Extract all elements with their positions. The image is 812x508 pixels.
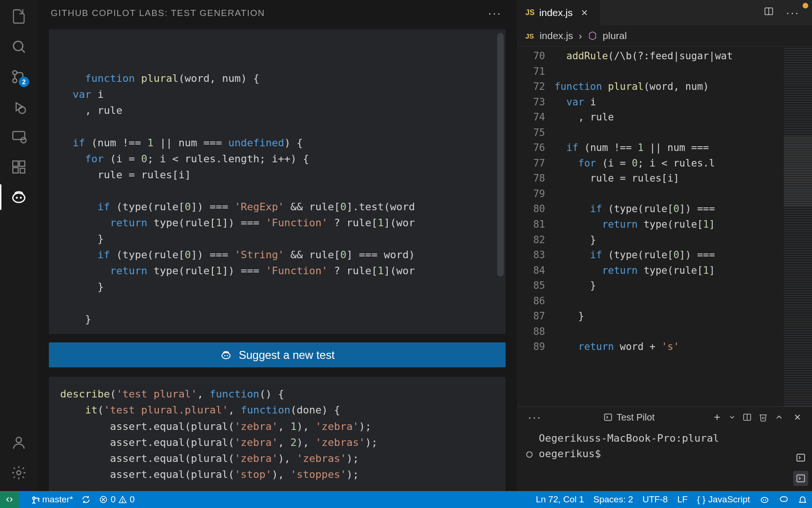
- sync-icon[interactable]: [81, 495, 91, 504]
- terminal-icon: [603, 413, 613, 422]
- svg-line-1: [22, 49, 25, 53]
- suggest-test-label: Suggest a new test: [239, 349, 335, 362]
- settings-icon[interactable]: [10, 464, 28, 482]
- svg-point-37: [122, 501, 123, 502]
- svg-point-15: [20, 197, 22, 198]
- js-file-icon: JS: [525, 32, 534, 40]
- minimap[interactable]: [784, 47, 812, 406]
- svg-point-8: [21, 137, 26, 143]
- svg-point-20: [226, 355, 228, 356]
- svg-point-17: [17, 471, 21, 475]
- encoding-status[interactable]: UTF-8: [642, 494, 668, 505]
- explorer-icon[interactable]: [10, 8, 28, 25]
- copilot-status-icon[interactable]: [759, 494, 770, 505]
- svg-rect-10: [19, 161, 24, 166]
- terminal-instance-icon[interactable]: [793, 450, 808, 465]
- terminal-header: ··· Test Pilot ×: [517, 407, 812, 428]
- copilot-panel: GITHUB COPILOT LABS: TEST GENERATION ···…: [38, 0, 517, 491]
- svg-point-4: [13, 79, 17, 83]
- debug-icon[interactable]: [10, 98, 28, 116]
- remote-explorer-icon[interactable]: [10, 128, 28, 146]
- svg-point-14: [16, 197, 18, 198]
- warnings-count: 0: [130, 494, 135, 505]
- svg-point-40: [765, 500, 766, 500]
- editor-code[interactable]: addRule(/\b(?:feed|sugar|wat function pl…: [554, 47, 784, 406]
- terminal-instance-icon[interactable]: [793, 471, 808, 486]
- notifications-icon[interactable]: [798, 495, 807, 504]
- scrollbar[interactable]: [497, 33, 504, 277]
- source-snippet[interactable]: function plural(word, num) { var i , rul…: [49, 29, 506, 334]
- svg-rect-12: [20, 168, 25, 173]
- split-editor-icon[interactable]: [764, 6, 774, 19]
- svg-point-2: [13, 71, 17, 75]
- panel-header: GITHUB COPILOT LABS: TEST GENERATION ···: [38, 0, 517, 26]
- svg-point-16: [16, 437, 21, 443]
- indent-status[interactable]: Spaces: 2: [593, 494, 633, 505]
- activity-bar: 2: [0, 0, 38, 491]
- terminal-panel: ··· Test Pilot × Oegerikuss-MacBook-Pro:…: [517, 406, 812, 491]
- maximize-icon[interactable]: [774, 413, 784, 422]
- svg-point-39: [763, 500, 764, 500]
- branch-name: master*: [42, 494, 73, 505]
- svg-rect-7: [13, 132, 25, 140]
- editor-more-icon[interactable]: ···: [782, 6, 804, 19]
- tab-close-icon[interactable]: ×: [578, 6, 592, 19]
- svg-rect-41: [781, 497, 788, 501]
- svg-point-19: [224, 355, 226, 356]
- scm-badge: 2: [19, 77, 29, 87]
- feedback-icon[interactable]: [779, 495, 789, 504]
- cursor-position[interactable]: Ln 72, Col 1: [536, 494, 584, 505]
- git-branch[interactable]: master*: [31, 494, 73, 505]
- editor-body[interactable]: 70 71 72 73 74 75 76 77 78 79 80 81 82 8…: [517, 47, 812, 406]
- extensions-icon[interactable]: [10, 158, 28, 176]
- svg-rect-9: [13, 161, 18, 166]
- line-gutter: 70 71 72 73 74 75 76 77 78 79 80 81 82 8…: [517, 47, 554, 406]
- js-file-icon: JS: [525, 8, 535, 17]
- breadcrumb-file[interactable]: index.js: [539, 30, 573, 41]
- search-icon[interactable]: [10, 38, 28, 56]
- chevron-right-icon: ›: [579, 30, 582, 41]
- tab-index-js[interactable]: JS index.js ×: [517, 0, 600, 25]
- terminal-more-icon[interactable]: ···: [524, 411, 546, 424]
- remote-indicator[interactable]: [0, 491, 19, 508]
- svg-point-13: [13, 193, 25, 203]
- terminal-new-icon[interactable]: [712, 413, 722, 422]
- trash-icon[interactable]: [758, 413, 768, 422]
- account-icon[interactable]: [10, 434, 28, 452]
- braces-icon: { }: [697, 494, 705, 505]
- chevron-down-icon[interactable]: [728, 413, 736, 421]
- copilot-labs-icon[interactable]: [10, 188, 28, 206]
- svg-point-18: [222, 352, 230, 358]
- minimap-slider[interactable]: [784, 136, 812, 206]
- breadcrumb-symbol[interactable]: plural: [603, 30, 627, 41]
- panel-more-icon[interactable]: ···: [484, 7, 506, 20]
- svg-point-31: [33, 503, 35, 504]
- close-panel-icon[interactable]: ×: [790, 411, 804, 424]
- problems[interactable]: 0 0: [99, 494, 134, 505]
- svg-point-30: [33, 497, 35, 500]
- scm-icon[interactable]: 2: [10, 68, 28, 86]
- terminal-title[interactable]: Test Pilot: [617, 412, 655, 423]
- window-modified-dot: [803, 3, 808, 8]
- test-snippet[interactable]: describe('test plural', function() { it(…: [49, 377, 506, 491]
- eol-status[interactable]: LF: [677, 494, 687, 505]
- status-bar: master* 0 0 Ln 72, Col 1 Spaces: 2 UTF-8…: [0, 491, 812, 508]
- svg-point-38: [761, 497, 768, 502]
- terminal-body[interactable]: Oegerikuss-MacBook-Pro:plural ○ oegeriku…: [517, 428, 789, 491]
- svg-rect-11: [13, 167, 18, 173]
- errors-count: 0: [110, 494, 116, 505]
- panel-title: GITHUB COPILOT LABS: TEST GENERATION: [51, 8, 265, 18]
- editor-group: JS index.js × ··· JS index.js › plural 7…: [517, 0, 812, 491]
- tab-filename: index.js: [539, 7, 573, 18]
- svg-point-0: [14, 41, 23, 51]
- terminal-side: [789, 428, 812, 491]
- suggest-test-button[interactable]: Suggest a new test: [49, 342, 506, 367]
- symbol-icon: [588, 31, 597, 40]
- breadcrumb[interactable]: JS index.js › plural: [517, 25, 812, 47]
- editor-tabs: JS index.js × ···: [517, 0, 812, 25]
- language-mode[interactable]: { } JavaScript: [697, 494, 750, 505]
- split-terminal-icon[interactable]: [742, 413, 752, 422]
